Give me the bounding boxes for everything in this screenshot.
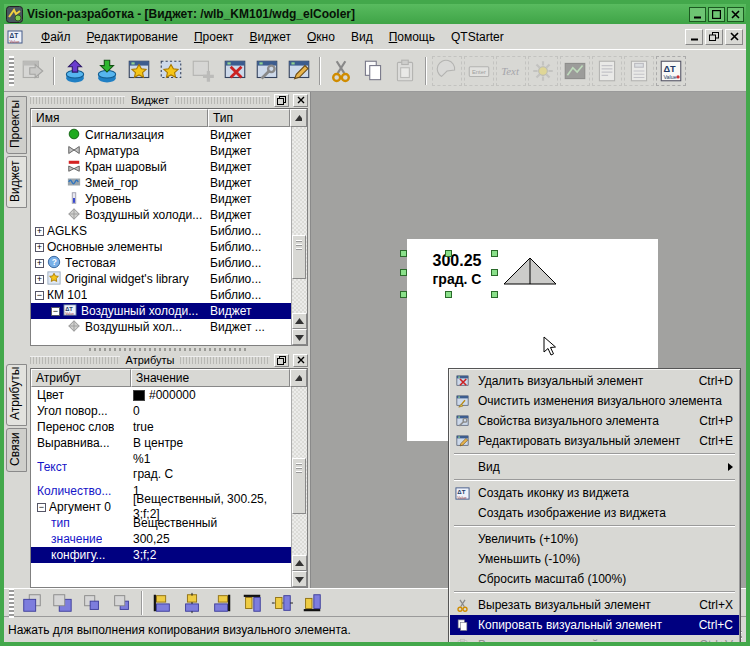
- function-value-element-icon[interactable]: ΔTValue: [656, 56, 686, 86]
- attribute-row[interactable]: Угол повор...0: [31, 403, 291, 419]
- menubar-item-проект[interactable]: Проект: [186, 27, 242, 47]
- edit-widget-icon[interactable]: [284, 56, 314, 86]
- scroll-up-button[interactable]: [290, 109, 307, 127]
- attribute-row-selected[interactable]: конфигу...3;f;2: [31, 547, 291, 563]
- menubar-item-qtstarter[interactable]: QTStarter: [443, 27, 512, 47]
- raise-widget-icon[interactable]: [18, 590, 46, 616]
- menubar-item-вид[interactable]: Вид: [343, 27, 381, 47]
- column-header-value[interactable]: Значение: [131, 369, 290, 387]
- context-menu-item[interactable]: Вид: [450, 457, 739, 477]
- context-menu-item[interactable]: Свойства визуального элементаCtrl+P: [450, 411, 739, 431]
- selection-handle[interactable]: [491, 291, 498, 298]
- tree-row[interactable]: +Основные элементыБиблио...: [31, 239, 291, 255]
- titlebar[interactable]: Vision-разработка - [Виджет: /wlb_KM101/…: [4, 4, 746, 24]
- attribute-value[interactable]: 0: [133, 404, 140, 419]
- context-menu-item[interactable]: Удалить визуальный элементCtrl+D: [450, 371, 739, 391]
- menubar-item-файл[interactable]: Файл: [33, 27, 79, 47]
- tree-row[interactable]: УровеньВиджет: [31, 191, 291, 207]
- mdi-close-button[interactable]: [725, 29, 743, 45]
- tree-row[interactable]: Кран шаровыйВиджет: [31, 159, 291, 175]
- align-top-icon[interactable]: [238, 590, 266, 616]
- attributes-scrollbar[interactable]: [291, 387, 307, 587]
- tree-row[interactable]: Змей_горВиджет: [31, 175, 291, 191]
- mdi-restore-button[interactable]: [705, 29, 723, 45]
- menubar-item-редактирование[interactable]: Редактирование: [79, 27, 186, 47]
- collapse-icon[interactable]: −: [35, 291, 44, 300]
- tree-row[interactable]: Воздушный хол...Виджет ...: [31, 319, 291, 335]
- attribute-row[interactable]: Текст%1 град. C: [31, 451, 291, 483]
- selection-handle[interactable]: [400, 269, 407, 276]
- selection-handle[interactable]: [445, 250, 452, 257]
- dock-float-button[interactable]: [274, 94, 289, 107]
- selection-handle[interactable]: [491, 250, 498, 257]
- scroll-down-icon[interactable]: [292, 329, 307, 345]
- copy-widget-icon[interactable]: [358, 56, 388, 86]
- tree-row-selected[interactable]: −ΔTValueВоздушный холоди...Виджет: [31, 303, 291, 319]
- attribute-value[interactable]: true: [133, 420, 154, 435]
- lower-widget-icon[interactable]: [48, 590, 76, 616]
- expand-icon[interactable]: +: [35, 275, 44, 284]
- toolbar-handle[interactable]: [9, 56, 14, 86]
- align-left-icon[interactable]: [148, 590, 176, 616]
- context-menu-item[interactable]: Очистить изменения визуального элемента: [450, 391, 739, 411]
- align-hcenter-icon[interactable]: [178, 590, 206, 616]
- attribute-row[interactable]: Выравнива...В центре: [31, 435, 291, 451]
- expand-icon[interactable]: +: [35, 259, 44, 268]
- new-container-widget-icon[interactable]: [156, 56, 186, 86]
- tree-row[interactable]: АрматураВиджет: [31, 143, 291, 159]
- cooler-cone-shape[interactable]: [503, 255, 561, 287]
- tree-row[interactable]: Воздушный холоди...Виджет: [31, 207, 291, 223]
- align-bottom-icon[interactable]: [298, 590, 326, 616]
- scroll-up-icon[interactable]: [292, 555, 307, 571]
- dock-tab-виджет[interactable]: Виджет: [6, 156, 27, 208]
- close-button[interactable]: [727, 7, 744, 22]
- tree-row[interactable]: +AGLKSБиблио...: [31, 223, 291, 239]
- attribute-value[interactable]: 300,25: [133, 532, 170, 547]
- selection-handle[interactable]: [400, 291, 407, 298]
- save-to-db-icon[interactable]: [92, 56, 122, 86]
- raise-top-icon[interactable]: [78, 590, 106, 616]
- attribute-value[interactable]: #000000: [149, 388, 196, 403]
- lower-bottom-icon[interactable]: [108, 590, 136, 616]
- attribute-row[interactable]: −Аргумент 0[Вещественный, 300.25, 3;f;2]: [31, 499, 291, 515]
- context-menu-item[interactable]: Создать изображение из виджета: [450, 503, 739, 523]
- attribute-value[interactable]: %1 град. C: [133, 452, 173, 482]
- dock-tab-связи[interactable]: Связи: [6, 428, 27, 472]
- context-menu-item[interactable]: Вырезать визуальный элементCtrl+X: [450, 595, 739, 615]
- selection-handle[interactable]: [491, 269, 498, 276]
- expand-icon[interactable]: +: [35, 227, 44, 236]
- minimize-button[interactable]: [689, 7, 706, 22]
- menubar-item-виджет[interactable]: Виджет: [241, 27, 299, 47]
- attribute-row[interactable]: Цвет#000000: [31, 387, 291, 403]
- tree-row[interactable]: +Original widget's libraryБиблио...: [31, 271, 291, 287]
- menubar-item-окно[interactable]: Окно: [299, 27, 343, 47]
- collapse-icon[interactable]: −: [37, 503, 46, 512]
- tree-row[interactable]: +?ТестоваяБиблио...: [31, 255, 291, 271]
- load-from-db-icon[interactable]: [60, 56, 90, 86]
- selection-handle[interactable]: [400, 250, 407, 257]
- context-menu-item[interactable]: Уменьшить (-10%): [450, 549, 739, 569]
- mdi-minimize-button[interactable]: [685, 29, 703, 45]
- column-header-name[interactable]: Имя: [31, 109, 208, 127]
- column-header-type[interactable]: Тип: [208, 109, 290, 127]
- align-vcenter-icon[interactable]: [268, 590, 296, 616]
- widget-tree-scrollbar[interactable]: [291, 127, 307, 345]
- tree-row[interactable]: СигнализацияВиджет: [31, 127, 291, 143]
- context-menu-item[interactable]: Увеличить (+10%): [450, 529, 739, 549]
- align-right-icon[interactable]: [208, 590, 236, 616]
- new-widget-icon[interactable]: [124, 56, 154, 86]
- dock-tab-проекты[interactable]: Проекты: [6, 96, 27, 154]
- maximize-button[interactable]: [708, 7, 725, 22]
- dock-close-button[interactable]: [293, 354, 308, 367]
- expand-icon[interactable]: +: [35, 243, 44, 252]
- attribute-value[interactable]: Вещественный: [133, 516, 217, 531]
- selection-handle[interactable]: [445, 291, 452, 298]
- scroll-up-icon[interactable]: [292, 313, 307, 329]
- attribute-value[interactable]: 3;f;2: [133, 548, 156, 563]
- widget-properties-icon[interactable]: [252, 56, 282, 86]
- attribute-value[interactable]: В центре: [133, 436, 183, 451]
- dock-float-button[interactable]: [274, 354, 289, 367]
- collapse-icon[interactable]: −: [51, 307, 60, 316]
- column-header-attribute[interactable]: Атрибут: [31, 369, 131, 387]
- menubar-item-помощь[interactable]: Помощь: [381, 27, 443, 47]
